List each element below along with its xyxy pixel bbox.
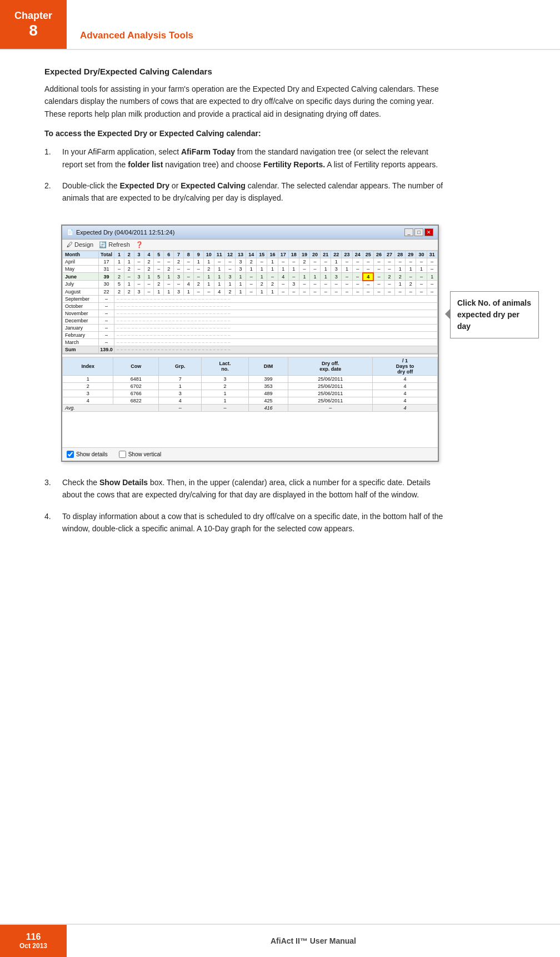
month-header: Month xyxy=(63,251,99,258)
day-21-header: 21 xyxy=(321,251,331,258)
help-button[interactable]: ❓ xyxy=(136,241,143,248)
days-header: / 1Days todry off xyxy=(373,357,438,375)
step-2-num: 2. xyxy=(44,180,62,205)
callout-text: Click No. of animals expected dry per da… xyxy=(457,298,531,331)
day-2-header: 2 xyxy=(124,251,134,258)
step-3-num: 3. xyxy=(44,476,62,501)
february-row: February–– – – – – – – – – – – – – – – –… xyxy=(63,331,438,338)
chapter-number: 8 xyxy=(29,22,38,39)
day-18-header: 18 xyxy=(288,251,299,258)
dim-header: DIM xyxy=(248,357,288,375)
page-header: Chapter 8 Advanced Analysis Tools xyxy=(0,0,560,50)
day-4-header: 4 xyxy=(144,251,154,258)
day-19-header: 19 xyxy=(299,251,309,258)
show-details-checkbox-item[interactable]: Show details xyxy=(67,451,108,458)
day-13-header: 13 xyxy=(236,251,246,258)
refresh-label: Refresh xyxy=(108,241,130,248)
footer-page-box: 116 Oct 2013 xyxy=(0,925,67,957)
october-row: October–– – – – – – – – – – – – – – – – … xyxy=(63,302,438,310)
day-9-header: 9 xyxy=(193,251,203,258)
day-12-header: 12 xyxy=(224,251,235,258)
detail-row-4[interactable]: 4 6822 4 1 425 25/06/2011 4 xyxy=(63,397,438,404)
day-22-header: 22 xyxy=(331,251,342,258)
calendar-area: Month Total 1 2 3 4 5 6 7 8 9 10 xyxy=(62,251,438,355)
step-1: 1. In your AfiFarm application, select A… xyxy=(44,146,444,171)
callout-annotation: Click No. of animals expected dry per da… xyxy=(450,291,539,338)
main-content: Expected Dry/Expected Calving Calendars … xyxy=(0,50,478,560)
show-details-label: Show details xyxy=(76,451,108,457)
august-total: 22 xyxy=(99,288,114,295)
march-row: March–– – – – – – – – – – – – – – – – – … xyxy=(63,338,438,346)
april-month: April xyxy=(63,258,99,265)
minimize-button[interactable]: _ xyxy=(404,228,413,236)
detail-empty-space xyxy=(62,412,438,445)
day-10-header: 10 xyxy=(203,251,214,258)
may-month: May xyxy=(63,265,99,273)
day-23-header: 23 xyxy=(342,251,352,258)
chapter-box: Chapter 8 xyxy=(0,0,67,49)
day-11-header: 11 xyxy=(214,251,224,258)
day-8-header: 8 xyxy=(183,251,193,258)
window-title-text: Expected Dry (04/04/2011 12:51:24) xyxy=(76,229,174,236)
sum-row: Sum 139.0 – – – – – – – – – – – – – – – … xyxy=(63,346,438,353)
show-vertical-checkbox[interactable] xyxy=(119,451,126,458)
step-1-num: 1. xyxy=(44,146,62,171)
show-vertical-checkbox-item[interactable]: Show vertical xyxy=(119,451,161,458)
section-heading: Expected Dry/Expected Calving Calendars xyxy=(44,67,444,76)
day-3-header: 3 xyxy=(134,251,144,258)
close-button[interactable]: ✕ xyxy=(424,228,433,236)
detail-table: Index Cow Grp. Lact.no. DIM Dry off.exp.… xyxy=(62,357,438,412)
window-controls[interactable]: _ □ ✕ xyxy=(404,228,433,236)
day-26-header: 26 xyxy=(373,251,384,258)
design-button[interactable]: 🖊 Design xyxy=(67,241,93,248)
window-title: 📄 Expected Dry (04/04/2011 12:51:24) xyxy=(67,229,174,236)
step-1-text: In your AfiFarm application, select AfiF… xyxy=(62,146,444,171)
highlighted-cell[interactable]: 4 xyxy=(363,273,373,281)
step-2-text: Double-click the Expected Dry or Expecte… xyxy=(62,180,444,205)
step-4-num: 4. xyxy=(44,510,62,535)
refresh-icon: 🔄 xyxy=(99,241,107,248)
footer-page-number: 116 xyxy=(26,932,41,942)
day-5-header: 5 xyxy=(154,251,164,258)
manual-title-text: AfiAct II™ User Manual xyxy=(271,936,356,945)
dryoff-header: Dry off.exp. date xyxy=(288,357,373,375)
august-month: August xyxy=(63,288,99,295)
may-row: May 31 –2–2–2–––21–311111––131––––111– xyxy=(63,265,438,273)
cow-header: Cow xyxy=(113,357,159,375)
day-6-header: 6 xyxy=(164,251,174,258)
show-details-checkbox[interactable] xyxy=(67,451,74,458)
day-29-header: 29 xyxy=(406,251,416,258)
november-row: November–– – – – – – – – – – – – – – – –… xyxy=(63,310,438,317)
footer-manual-title: AfiAct II™ User Manual xyxy=(67,925,560,957)
september-row: September–– – – – – – – – – – – – – – – … xyxy=(63,295,438,302)
detail-header-row: Index Cow Grp. Lact.no. DIM Dry off.exp.… xyxy=(63,357,438,375)
page-title: Advanced Analysis Tools xyxy=(80,30,193,41)
screenshot-wrapper: 📄 Expected Dry (04/04/2011 12:51:24) _ □… xyxy=(61,225,439,462)
help-icon: ❓ xyxy=(136,241,143,248)
day-25-header: 25 xyxy=(363,251,373,258)
window-toolbar: 🖊 Design 🔄 Refresh ❓ xyxy=(62,240,438,251)
day-27-header: 27 xyxy=(384,251,394,258)
day-28-header: 28 xyxy=(395,251,406,258)
detail-row-3[interactable]: 3 6766 3 1 489 25/06/2011 4 xyxy=(63,390,438,397)
maximize-button[interactable]: □ xyxy=(414,228,423,236)
window-titlebar: 📄 Expected Dry (04/04/2011 12:51:24) _ □… xyxy=(62,226,438,240)
design-icon: 🖊 xyxy=(67,241,73,248)
june-month: June xyxy=(63,273,99,281)
total-header: Total xyxy=(99,251,114,258)
day-30-header: 30 xyxy=(416,251,427,258)
day-16-header: 16 xyxy=(267,251,278,258)
lower-steps-list: 3. Check the Show Details box. Then, in … xyxy=(44,476,444,535)
july-total: 30 xyxy=(99,281,114,288)
step-4-text: To display information about a cow that … xyxy=(62,510,444,535)
day-17-header: 17 xyxy=(278,251,288,258)
detail-row-2[interactable]: 2 6702 1 2 353 25/06/2011 4 xyxy=(63,382,438,390)
step-3-text: Check the Show Details box. Then, in the… xyxy=(62,476,444,501)
detail-row-1[interactable]: 1 6481 7 3 399 25/06/2011 4 xyxy=(63,375,438,382)
day-14-header: 14 xyxy=(246,251,257,258)
refresh-button[interactable]: 🔄 Refresh xyxy=(99,241,130,248)
step-2: 2. Double-click the Expected Dry or Expe… xyxy=(44,180,444,205)
header-title-area: Advanced Analysis Tools xyxy=(67,0,193,49)
page-footer: 116 Oct 2013 AfiAct II™ User Manual xyxy=(0,924,560,957)
april-total: 17 xyxy=(99,258,114,265)
